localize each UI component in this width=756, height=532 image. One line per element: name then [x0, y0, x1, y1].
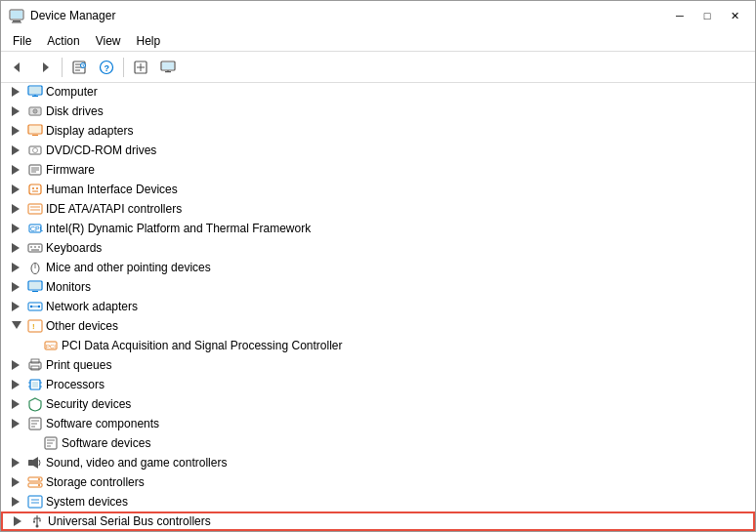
toolbar: ? ? [1, 52, 755, 83]
svg-marker-67 [12, 263, 20, 272]
intel-icon: CPU [27, 221, 43, 236]
usb-icon [29, 513, 45, 529]
svg-marker-32 [12, 106, 20, 116]
item-label-computer: Computer [46, 85, 98, 99]
tree-item-pci[interactable]: PCIPCI Data Acquisition and Signal Proce… [1, 336, 755, 355]
item-label-pci: PCI Data Acquisition and Signal Processi… [62, 339, 342, 352]
expand-icon-dvd[interactable] [9, 143, 24, 158]
svg-marker-124 [39, 520, 41, 522]
svg-rect-55 [28, 204, 42, 214]
tree-item-other[interactable]: !Other devices [1, 316, 755, 336]
keyboard-icon [27, 240, 43, 256]
svg-point-77 [30, 306, 32, 307]
expand-icon-computer[interactable] [9, 84, 24, 100]
tree-item-monitors[interactable]: Monitors [1, 277, 755, 297]
expand-icon-storage[interactable] [9, 474, 24, 490]
monitor-button[interactable] [155, 55, 181, 80]
dvd-icon [27, 143, 43, 158]
tree-item-disk-drives[interactable]: Disk drives [1, 102, 755, 121]
window-title: Device Manager [30, 9, 667, 22]
expand-icon-pci[interactable] [24, 338, 40, 353]
item-label-hid: Human Interface Devices [46, 183, 178, 196]
back-button[interactable] [5, 55, 30, 80]
tree-item-network[interactable]: Network adapters [1, 297, 755, 316]
toolbar-separator-1 [62, 58, 63, 77]
expand-icon-intel[interactable] [9, 221, 24, 236]
expand-icon-print[interactable] [9, 357, 24, 373]
menu-file[interactable]: File [5, 32, 39, 50]
minimize-button[interactable]: ─ [667, 7, 693, 24]
svg-marker-27 [12, 87, 20, 97]
item-label-other: Other devices [46, 319, 118, 333]
help-button[interactable]: ? [94, 55, 119, 80]
expand-icon-disk-drives[interactable] [9, 103, 24, 119]
svg-marker-54 [12, 204, 20, 214]
expand-icon-usb[interactable] [11, 513, 26, 529]
svg-rect-114 [28, 496, 42, 508]
device-tree[interactable]: ⦾BluetoothCamerasComputerDisk drivesDisp… [1, 83, 755, 531]
tree-item-print[interactable]: Print queues [1, 355, 755, 375]
expand-icon-system[interactable] [9, 494, 24, 510]
close-button[interactable]: ✕ [722, 7, 747, 24]
item-label-mice: Mice and other pointing devices [46, 261, 211, 274]
maximize-button[interactable]: □ [694, 7, 720, 24]
svg-marker-105 [12, 458, 20, 468]
svg-marker-41 [12, 145, 20, 155]
item-label-system: System devices [46, 495, 128, 509]
tree-item-computer[interactable]: Computer [1, 83, 755, 102]
menu-view[interactable]: View [88, 32, 129, 50]
properties-button[interactable]: ? [66, 55, 92, 80]
menu-bar: File Action View Help [1, 30, 755, 52]
expand-icon-software-comp[interactable] [9, 416, 24, 431]
svg-marker-74 [12, 302, 20, 311]
tree-item-mice[interactable]: Mice and other pointing devices [1, 258, 755, 277]
tree-item-security[interactable]: Security devices [1, 394, 755, 414]
show-hidden-button[interactable] [128, 55, 153, 80]
svg-rect-39 [32, 135, 38, 136]
expand-icon-ide[interactable] [9, 201, 24, 217]
menu-action[interactable]: Action [39, 32, 87, 50]
expand-icon-hid[interactable] [9, 182, 24, 197]
expand-icon-firmware[interactable] [9, 162, 24, 178]
expand-icon-keyboards[interactable] [9, 240, 24, 256]
expand-icon-processors[interactable] [9, 377, 24, 392]
tree-item-processors[interactable]: Processors [1, 375, 755, 394]
expand-icon-network[interactable] [9, 299, 24, 314]
forward-button[interactable] [32, 55, 58, 80]
item-label-intel: Intel(R) Dynamic Platform and Thermal Fr… [46, 222, 311, 235]
item-label-usb: Universal Serial Bus controllers [48, 514, 211, 528]
tree-item-sound[interactable]: Sound, video and game controllers [1, 453, 755, 472]
expand-icon-sound[interactable] [9, 455, 24, 471]
expand-icon-software-dev[interactable] [24, 435, 40, 451]
svg-marker-113 [12, 497, 20, 507]
expand-icon-mice[interactable] [9, 260, 24, 275]
tree-item-software-dev[interactable]: Software devices [1, 433, 755, 453]
svg-marker-107 [33, 457, 38, 469]
tree-item-software-comp[interactable]: Software components [1, 414, 755, 433]
tree-item-dvd[interactable]: DVD/CD-ROM drives [1, 141, 755, 160]
menu-help[interactable]: Help [129, 32, 169, 50]
computer-icon [27, 84, 43, 100]
expand-icon-security[interactable] [9, 396, 24, 412]
firmware-icon [27, 162, 43, 178]
tree-item-display-adapters[interactable]: Display adapters [1, 121, 755, 141]
expand-icon-display-adapters[interactable] [9, 123, 24, 139]
item-label-keyboards: Keyboards [46, 241, 102, 255]
tree-item-ide[interactable]: IDE ATA/ATAPI controllers [1, 199, 755, 219]
tree-item-hid[interactable]: Human Interface Devices [1, 180, 755, 199]
item-label-display-adapters: Display adapters [46, 124, 133, 138]
tree-item-keyboards[interactable]: Keyboards [1, 238, 755, 258]
svg-marker-44 [12, 165, 20, 175]
tree-item-usb[interactable]: Universal Serial Bus controllers [1, 512, 755, 531]
tree-item-firmware[interactable]: Firmware [1, 160, 755, 180]
expand-icon-monitors[interactable] [9, 279, 24, 295]
tree-item-system[interactable]: System devices [1, 492, 755, 512]
svg-point-111 [38, 478, 40, 480]
tree-item-storage[interactable]: Storage controllers [1, 472, 755, 492]
item-label-software-dev: Software devices [62, 436, 150, 450]
svg-marker-49 [12, 184, 20, 194]
app-icon [9, 8, 24, 23]
tree-item-intel[interactable]: CPUIntel(R) Dynamic Platform and Thermal… [1, 219, 755, 238]
svg-rect-106 [28, 460, 33, 466]
expand-icon-other[interactable] [9, 318, 24, 334]
